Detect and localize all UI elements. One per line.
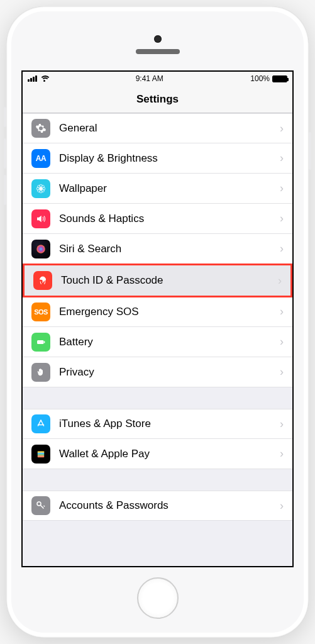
chevron-right-icon: › xyxy=(280,182,284,195)
settings-row-sounds[interactable]: Sounds & Haptics› xyxy=(23,204,292,234)
chevron-right-icon: › xyxy=(278,274,282,287)
nav-bar: Settings xyxy=(23,86,292,113)
settings-row-accounts[interactable]: Accounts & Passwords› xyxy=(23,491,292,521)
battery-icon xyxy=(31,333,50,352)
chevron-right-icon: › xyxy=(280,418,284,431)
settings-row-general[interactable]: General› xyxy=(23,113,292,143)
privacy-icon xyxy=(31,363,50,382)
settings-group: iTunes & App Store›Wallet & Apple Pay› xyxy=(23,409,292,469)
front-camera xyxy=(154,35,162,43)
settings-row-siri[interactable]: Siri & Search› xyxy=(23,234,292,264)
volume-up-button xyxy=(4,138,6,169)
chevron-right-icon: › xyxy=(280,365,284,379)
settings-row-sos[interactable]: SOSEmergency SOS› xyxy=(23,297,292,327)
chevron-right-icon: › xyxy=(280,242,284,255)
chevron-right-icon: › xyxy=(280,305,284,318)
settings-group: General›AADisplay & Brightness›Wallpaper… xyxy=(23,113,292,387)
wallet-icon xyxy=(31,445,50,464)
settings-row-itunes[interactable]: iTunes & App Store› xyxy=(23,409,292,439)
settings-row-wallpaper[interactable]: Wallpaper› xyxy=(23,174,292,204)
settings-row-wallet[interactable]: Wallet & Apple Pay› xyxy=(23,439,292,469)
settings-row-label: Wallet & Apple Pay xyxy=(59,448,280,460)
svg-rect-10 xyxy=(37,340,44,344)
chevron-right-icon: › xyxy=(280,122,284,135)
siri-icon xyxy=(31,240,50,258)
page-title: Settings xyxy=(136,93,179,106)
battery-icon xyxy=(272,75,287,82)
settings-row-label: Emergency SOS xyxy=(59,306,280,318)
touchid-icon xyxy=(33,271,52,290)
volume-down-button xyxy=(4,175,6,205)
settings-group: Accounts & Passwords› xyxy=(23,491,292,521)
settings-row-label: Privacy xyxy=(59,366,280,379)
svg-rect-15 xyxy=(38,455,45,457)
status-time: 9:41 AM xyxy=(136,74,163,83)
svg-rect-11 xyxy=(44,341,45,343)
settings-list[interactable]: General›AADisplay & Brightness›Wallpaper… xyxy=(23,113,292,566)
accounts-icon xyxy=(31,496,50,515)
chevron-right-icon: › xyxy=(280,152,284,165)
power-button xyxy=(309,132,311,170)
svg-point-9 xyxy=(36,245,45,253)
sounds-icon xyxy=(31,209,50,228)
settings-row-label: iTunes & App Store xyxy=(59,418,280,430)
itunes-icon xyxy=(31,414,50,433)
battery-percent: 100% xyxy=(250,74,270,83)
chevron-right-icon: › xyxy=(280,447,284,460)
settings-row-label: Battery xyxy=(59,336,280,348)
display-icon: AA xyxy=(31,149,50,168)
settings-row-label: Siri & Search xyxy=(59,243,280,255)
sos-icon: SOS xyxy=(31,303,50,321)
settings-row-touchid[interactable]: Touch ID & Passcode› xyxy=(23,264,292,297)
general-icon xyxy=(31,119,50,138)
top-hardware xyxy=(18,23,297,67)
settings-row-label: Touch ID & Passcode xyxy=(61,274,278,287)
settings-row-label: Accounts & Passwords xyxy=(59,499,280,512)
settings-row-battery[interactable]: Battery› xyxy=(23,327,292,357)
svg-point-16 xyxy=(37,502,41,506)
earpiece-speaker xyxy=(136,49,180,54)
status-bar: 9:41 AM 100% xyxy=(23,72,292,86)
settings-row-label: Wallpaper xyxy=(59,182,280,195)
chevron-right-icon: › xyxy=(280,499,284,513)
settings-row-privacy[interactable]: Privacy› xyxy=(23,357,292,387)
mute-switch xyxy=(4,107,6,127)
iphone-frame: 9:41 AM 100% Settings General›AADisplay … xyxy=(6,6,309,638)
wifi-icon xyxy=(40,75,48,82)
screen: 9:41 AM 100% Settings General›AADisplay … xyxy=(21,70,294,567)
chevron-right-icon: › xyxy=(280,212,284,225)
settings-row-label: Display & Brightness xyxy=(59,152,280,165)
settings-row-label: Sounds & Haptics xyxy=(59,213,280,225)
wallpaper-icon xyxy=(31,179,50,198)
home-button[interactable] xyxy=(137,577,179,619)
cellular-signal-icon xyxy=(28,75,37,82)
settings-row-display[interactable]: AADisplay & Brightness› xyxy=(23,143,292,174)
chevron-right-icon: › xyxy=(280,335,284,348)
settings-row-label: General xyxy=(59,122,280,135)
